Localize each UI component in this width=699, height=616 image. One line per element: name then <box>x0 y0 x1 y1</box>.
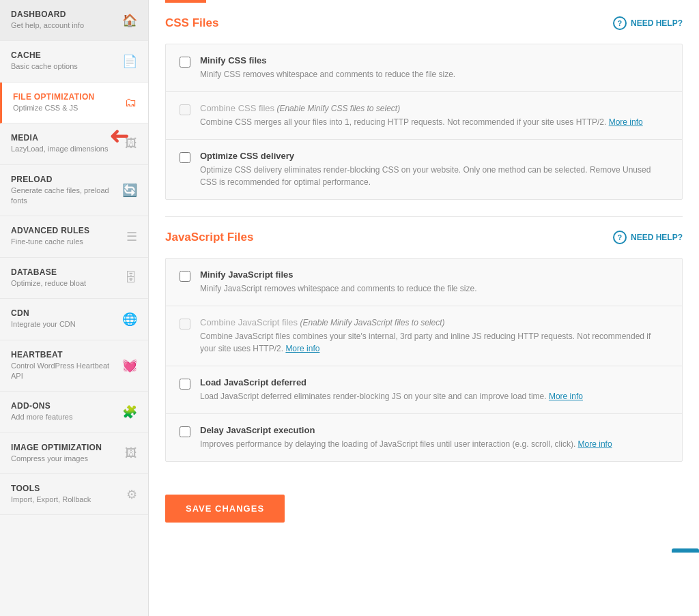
sidebar-item-title-media: MEDIA <box>11 133 119 143</box>
option-desc-combine-js: Combine JavaScript files combines your s… <box>200 330 668 355</box>
checkbox-combine-js[interactable] <box>180 319 190 329</box>
sidebar-item-title-dashboard: DASHBOARD <box>11 10 117 19</box>
sidebar-item-title-preload: PRELOAD <box>11 175 117 184</box>
sidebar-icon-database: 🗄 <box>125 271 137 285</box>
sidebar-item-title-add-ons: ADD-ONS <box>11 401 117 411</box>
sidebar-item-title-advanced-rules: ADVANCED RULES <box>11 226 121 235</box>
sidebar-item-title-cdn: CDN <box>11 308 117 318</box>
option-row-minify-js: Minify JavaScript filesMinify JavaScript… <box>166 259 682 306</box>
option-more-info-combine-js[interactable]: More info <box>285 344 319 353</box>
checkbox-combine-css[interactable] <box>180 104 190 115</box>
sidebar-item-subtitle-preload: Generate cache files, preload fonts <box>11 186 117 207</box>
checkbox-wrap-optimize-css-delivery <box>180 152 190 165</box>
css-need-help-link[interactable]: ? NEED HELP? <box>613 16 683 30</box>
option-text-minify-js: Minify JavaScript filesMinify JavaScript… <box>200 269 477 295</box>
sidebar-icon-cdn: 🌐 <box>122 312 137 327</box>
option-label-combine-css: Combine CSS files (Enable Minify CSS fil… <box>200 103 643 113</box>
option-label-minify-css: Minify CSS files <box>200 55 455 65</box>
sidebar-item-advanced-rules[interactable]: ADVANCED RULESFine-tune cache rules☰ <box>0 216 148 257</box>
sidebar-item-title-cache: CACHE <box>11 50 117 60</box>
option-more-info-load-js-deferred[interactable]: More info <box>549 392 583 401</box>
sidebar-item-subtitle-media: LazyLoad, image dimensions <box>11 144 119 154</box>
bottom-teal-bar <box>672 548 699 553</box>
sidebar-icon-image-optimization: 🖼 <box>125 446 137 460</box>
js-need-help-icon: ? <box>613 231 627 244</box>
sidebar-item-cdn[interactable]: CDNIntegrate your CDN🌐 <box>0 299 148 340</box>
js-section: JavaScript Files ? NEED HELP? Minify Jav… <box>149 217 699 478</box>
option-label-minify-js: Minify JavaScript files <box>200 269 477 280</box>
sidebar-item-subtitle-heartbeat: Control WordPress Heartbeat API <box>11 361 117 382</box>
sidebar-item-text-database: DATABASEOptimize, reduce bloat <box>11 267 119 289</box>
css-section-title: CSS Files <box>165 16 218 30</box>
js-section-title: JavaScript Files <box>165 231 253 244</box>
sidebar-icon-heartbeat: 💓 <box>122 358 137 373</box>
checkbox-minify-js[interactable] <box>180 271 190 282</box>
checkbox-optimize-css-delivery[interactable] <box>180 152 190 163</box>
sidebar-item-file-optimization[interactable]: FILE OPTIMIZATIONOptimize CSS & JS🗂 <box>0 83 148 123</box>
option-text-combine-js: Combine JavaScript files (Enable Minify … <box>200 317 668 355</box>
option-text-combine-css: Combine CSS files (Enable Minify CSS fil… <box>200 103 643 128</box>
checkbox-wrap-combine-css <box>180 104 190 117</box>
sidebar-item-preload[interactable]: PRELOADGenerate cache files, preload fon… <box>0 165 148 217</box>
sidebar-item-dashboard[interactable]: DASHBOARDGet help, account info🏠 <box>0 0 148 41</box>
css-need-help-label: NEED HELP? <box>631 18 683 28</box>
option-desc-optimize-css-delivery: Optimize CSS delivery eliminates render-… <box>200 164 668 188</box>
sidebar-item-text-cdn: CDNIntegrate your CDN <box>11 308 117 329</box>
sidebar-item-cache[interactable]: CACHEBasic cache options📄 <box>0 41 148 82</box>
sidebar-icon-tools: ⚙ <box>126 487 137 502</box>
checkbox-wrap-combine-js <box>180 319 190 332</box>
sidebar-item-subtitle-cdn: Integrate your CDN <box>11 319 117 329</box>
checkbox-load-js-deferred[interactable] <box>180 379 190 390</box>
sidebar-icon-cache: 📄 <box>122 54 137 69</box>
save-section: SAVE CHANGES <box>149 478 699 539</box>
js-section-header: JavaScript Files ? NEED HELP? <box>165 231 683 244</box>
option-row-combine-css: Combine CSS files (Enable Minify CSS fil… <box>166 92 682 140</box>
sidebar-item-subtitle-dashboard: Get help, account info <box>11 20 117 31</box>
option-text-delay-js: Delay JavaScript executionImproves perfo… <box>200 425 612 450</box>
option-row-delay-js: Delay JavaScript executionImproves perfo… <box>166 414 682 461</box>
option-more-info-combine-css[interactable]: More info <box>609 117 643 127</box>
option-text-optimize-css-delivery: Optimize CSS deliveryOptimize CSS delive… <box>200 151 668 188</box>
sidebar-icon-advanced-rules: ☰ <box>126 229 137 244</box>
sidebar-item-text-heartbeat: HEARTBEATControl WordPress Heartbeat API <box>11 350 117 382</box>
sidebar-item-text-cache: CACHEBasic cache options <box>11 50 117 72</box>
sidebar-icon-media: 🖼 <box>125 136 137 151</box>
option-row-combine-js: Combine JavaScript files (Enable Minify … <box>166 306 682 366</box>
sidebar-item-media[interactable]: MEDIALazyLoad, image dimensions🖼 <box>0 123 148 164</box>
sidebar-item-text-preload: PRELOADGenerate cache files, preload fon… <box>11 175 117 207</box>
sidebar-item-subtitle-cache: Basic cache options <box>11 61 117 72</box>
sidebar-item-subtitle-advanced-rules: Fine-tune cache rules <box>11 237 121 247</box>
option-text-minify-css: Minify CSS filesMinify CSS removes white… <box>200 55 455 80</box>
option-label-optimize-css-delivery: Optimize CSS delivery <box>200 151 668 161</box>
sidebar: DASHBOARDGet help, account info🏠CACHEBas… <box>0 0 149 616</box>
css-section-header: CSS Files ? NEED HELP? <box>165 16 683 30</box>
js-need-help-link[interactable]: ? NEED HELP? <box>613 231 683 244</box>
sidebar-item-text-dashboard: DASHBOARDGet help, account info <box>11 10 117 31</box>
sidebar-item-title-image-optimization: IMAGE OPTIMIZATION <box>11 443 119 452</box>
sidebar-item-subtitle-database: Optimize, reduce bloat <box>11 278 119 289</box>
sidebar-item-subtitle-add-ons: Add more features <box>11 412 117 422</box>
sidebar-item-title-tools: TOOLS <box>11 484 121 493</box>
sidebar-item-add-ons[interactable]: ADD-ONSAdd more features🧩 <box>0 392 148 432</box>
sidebar-item-database[interactable]: DATABASEOptimize, reduce bloat🗄 <box>0 258 148 299</box>
option-desc-delay-js: Improves performance by delaying the loa… <box>200 438 612 450</box>
sidebar-item-subtitle-tools: Import, Export, Rollback <box>11 495 121 505</box>
sidebar-item-heartbeat[interactable]: HEARTBEATControl WordPress Heartbeat API… <box>0 340 148 392</box>
checkbox-minify-css[interactable] <box>180 57 190 68</box>
css-section: CSS Files ? NEED HELP? Minify CSS filesM… <box>149 3 699 216</box>
sidebar-item-subtitle-image-optimization: Compress your images <box>11 454 119 464</box>
sidebar-icon-file-optimization: 🗂 <box>125 96 137 110</box>
option-row-load-js-deferred: Load JavaScript deferredLoad JavaScript … <box>166 366 682 414</box>
sidebar-item-tools[interactable]: TOOLSImport, Export, Rollback⚙ <box>0 474 148 515</box>
css-options-card: Minify CSS filesMinify CSS removes white… <box>165 44 683 200</box>
sidebar-item-text-media: MEDIALazyLoad, image dimensions <box>11 133 119 154</box>
main-content: CSS Files ? NEED HELP? Minify CSS filesM… <box>149 0 699 616</box>
option-desc-load-js-deferred: Load JavaScript deferred eliminates rend… <box>200 390 583 402</box>
sidebar-item-image-optimization[interactable]: IMAGE OPTIMIZATIONCompress your images🖼 <box>0 433 148 474</box>
sidebar-item-text-file-optimization: FILE OPTIMIZATIONOptimize CSS & JS <box>13 92 119 113</box>
checkbox-delay-js[interactable] <box>180 426 190 437</box>
save-changes-button[interactable]: SAVE CHANGES <box>165 495 285 523</box>
checkbox-wrap-delay-js <box>180 426 190 439</box>
option-more-info-delay-js[interactable]: More info <box>578 439 612 449</box>
need-help-icon: ? <box>613 16 627 30</box>
